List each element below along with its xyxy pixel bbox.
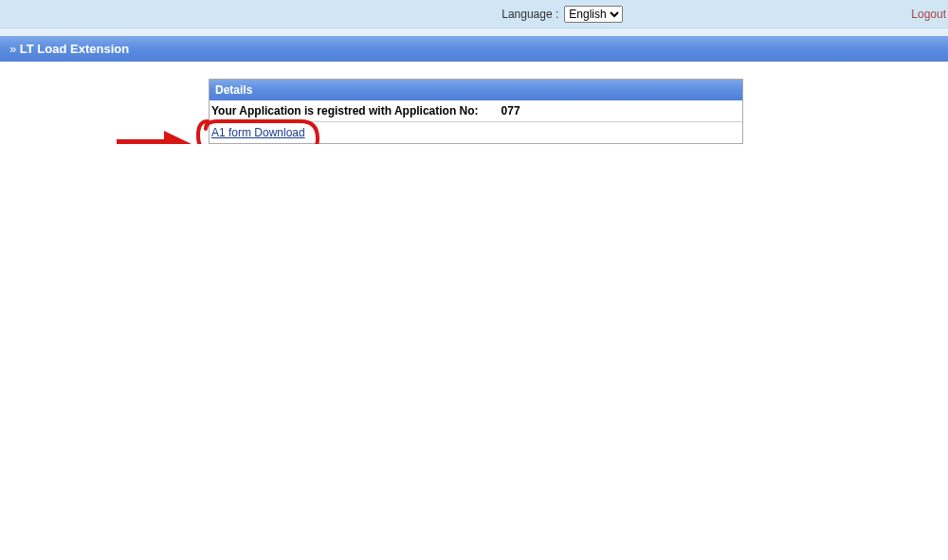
page-title-bar: LT Load Extension xyxy=(0,36,948,62)
application-row: Your Application is registred with Appli… xyxy=(210,100,742,122)
download-link-row: A1 form Download xyxy=(210,122,742,143)
page-title: LT Load Extension xyxy=(20,42,129,56)
panel-header: Details xyxy=(210,80,742,100)
application-number: 077 xyxy=(501,104,520,117)
logout-link[interactable]: Logout xyxy=(911,8,948,21)
details-panel: Details Your Application is registred wi… xyxy=(209,79,743,144)
content-area: Details Your Application is registred wi… xyxy=(0,62,948,144)
language-select[interactable]: English xyxy=(564,6,623,23)
panel-body: Your Application is registred with Appli… xyxy=(210,100,742,143)
spacer-bar xyxy=(0,28,948,36)
language-label: Language xyxy=(501,8,560,21)
application-label: Your Application is registred with Appli… xyxy=(211,104,501,117)
a1-form-download-link[interactable]: A1 form Download xyxy=(211,126,305,139)
top-bar: Language English Logout xyxy=(0,0,948,28)
